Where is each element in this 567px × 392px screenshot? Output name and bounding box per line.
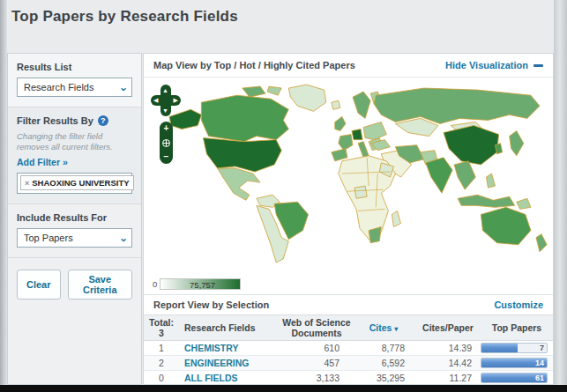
- pan-right-icon[interactable]: ▶: [174, 97, 178, 103]
- customize-link[interactable]: Customize: [494, 300, 543, 310]
- map-pan-control[interactable]: ▲ ▼ ◀ ▶: [151, 85, 181, 116]
- map-header: Map View by Top / Hot / Highly Cited Pap…: [144, 54, 553, 78]
- field-link[interactable]: ALL FIELDS: [184, 373, 237, 383]
- include-results-select[interactable]: Top Papers ⌄: [17, 228, 132, 248]
- table-row: 0 ALL FIELDS 3,133 35,295 11.27 61: [144, 371, 553, 386]
- filter-results-by-label: Filter Results By: [17, 115, 93, 126]
- col-cites-sort[interactable]: Cites ▾: [352, 322, 415, 333]
- hide-visualization-link[interactable]: Hide Visualization: [445, 60, 543, 70]
- sort-descending-icon: ▾: [394, 325, 398, 333]
- results-list-select[interactable]: Research Fields ⌄: [17, 78, 132, 97]
- col-research-fields: Research Fields: [179, 322, 281, 333]
- country-iceland: [332, 100, 340, 109]
- map-controls: ▲ ▼ ◀ ▶ + −: [151, 85, 183, 164]
- globe-reset-icon[interactable]: [162, 139, 170, 147]
- row-cites: 6,592: [352, 358, 415, 368]
- legend-gradient: 75,757: [160, 278, 241, 290]
- bar-value: 61: [535, 374, 544, 383]
- country-canada: [201, 95, 288, 141]
- results-list-selected-value: Research Fields: [24, 82, 93, 92]
- row-cites-per-paper: 14.39: [415, 343, 481, 353]
- row-rank: 0: [144, 373, 179, 383]
- country-philippines: [486, 174, 495, 188]
- help-icon[interactable]: ?: [98, 115, 108, 126]
- top-papers-bar: 7: [481, 343, 548, 353]
- table-row: 1 CHEMISTRY 610 8,778 14.39 7: [144, 341, 553, 356]
- report-view-title: Report View by Selection: [153, 300, 269, 310]
- country-india: [426, 158, 452, 193]
- add-filter-link[interactable]: Add Filter »: [17, 157, 68, 167]
- filter-tag: × SHAOXING UNIVERSITY: [20, 175, 134, 190]
- filter-section: Filter Results By ? Changing the filter …: [8, 107, 141, 204]
- pan-left-icon[interactable]: ◀: [153, 97, 158, 103]
- map-view-title: Map View by Top / Hot / Highly Cited Pap…: [153, 60, 355, 70]
- window-left-edge: [0, 0, 7, 392]
- row-docs: 610: [281, 343, 352, 353]
- country-italy: [358, 142, 369, 158]
- results-list-section: Results List Research Fields ⌄: [8, 54, 141, 107]
- bar-value: 7: [540, 344, 544, 353]
- country-indonesia: [458, 195, 515, 207]
- filter-input[interactable]: × SHAOXING UNIVERSITY: [17, 173, 132, 194]
- filter-note: Changing the filter field removes all cu…: [17, 131, 132, 152]
- country-png: [517, 198, 531, 209]
- country-scandinavia: [353, 92, 370, 118]
- legend-min-value: 0: [153, 279, 157, 289]
- scrollbar[interactable]: [554, 0, 567, 392]
- sidebar-buttons: Clear Save Criteria: [8, 258, 141, 311]
- pan-down-icon[interactable]: ▼: [162, 107, 168, 114]
- chevron-down-icon: ⌄: [119, 83, 128, 92]
- map-zoom-control: + −: [160, 122, 173, 164]
- hide-visualization-label: Hide Visualization: [445, 60, 528, 70]
- col-wos-documents: Web of Science Documents: [281, 317, 352, 338]
- row-cites-per-paper: 11.27: [415, 373, 481, 383]
- zoom-in-button[interactable]: +: [164, 124, 169, 133]
- col-total: Total: 3: [144, 317, 179, 338]
- col-cites-per-paper: Cites/Paper: [415, 322, 481, 333]
- country-australia: [481, 207, 531, 244]
- results-table: Total: 3 Research Fields Web of Science …: [144, 314, 553, 386]
- country-japan: [510, 131, 524, 156]
- row-cites: 8,778: [352, 343, 415, 353]
- country-usa: [203, 138, 281, 172]
- bar-value: 14: [535, 359, 544, 368]
- field-link[interactable]: CHEMISTRY: [184, 343, 238, 353]
- legend-max-value: 75,757: [190, 279, 215, 289]
- country-greenland: [288, 85, 325, 111]
- include-results-section: Include Results For Top Papers ⌄: [8, 204, 141, 258]
- results-list-label: Results List: [17, 62, 132, 72]
- country-russia: [374, 88, 540, 123]
- include-results-label: Include Results For: [17, 212, 132, 223]
- remove-filter-icon[interactable]: ×: [25, 179, 29, 188]
- country-uk: [335, 116, 346, 130]
- top-papers-bar: 14: [481, 358, 548, 368]
- clear-button[interactable]: Clear: [17, 270, 61, 300]
- country-spain: [332, 149, 347, 161]
- region-eastern-europe: [363, 122, 386, 139]
- map-legend: 0 75,757: [153, 278, 241, 290]
- row-docs: 3,133: [281, 373, 352, 383]
- page-title: Top Papers by Research Fields: [11, 8, 238, 26]
- table-header-row: Total: 3 Research Fields Web of Science …: [144, 314, 553, 341]
- country-france: [339, 135, 353, 151]
- save-criteria-button[interactable]: Save Criteria: [68, 270, 132, 300]
- world-map[interactable]: ▲ ▼ ◀ ▶ + −: [144, 78, 553, 294]
- row-docs: 457: [281, 358, 352, 368]
- report-header: Report View by Selection Customize: [144, 294, 553, 314]
- row-rank: 2: [144, 358, 179, 368]
- window-bottom-edge: [0, 385, 567, 392]
- country-madagascar: [392, 211, 400, 226]
- country-nigeria: [354, 186, 367, 198]
- field-link[interactable]: ENGINEERING: [184, 358, 250, 368]
- pan-up-icon[interactable]: ▲: [162, 87, 168, 93]
- table-row: 2 ENGINEERING 457 6,592 14.42 14: [144, 356, 553, 371]
- collapse-minus-icon: [533, 64, 543, 67]
- sidebar: Results List Research Fields ⌄ Filter Re…: [7, 53, 142, 385]
- chevron-down-icon: ⌄: [119, 233, 128, 242]
- zoom-out-button[interactable]: −: [164, 152, 169, 161]
- country-mexico: [218, 168, 260, 200]
- top-papers-bar: 61: [481, 373, 548, 383]
- col-top-papers: Top Papers: [481, 322, 553, 333]
- country-germany: [352, 129, 362, 140]
- region-southeast-asia: [454, 161, 475, 189]
